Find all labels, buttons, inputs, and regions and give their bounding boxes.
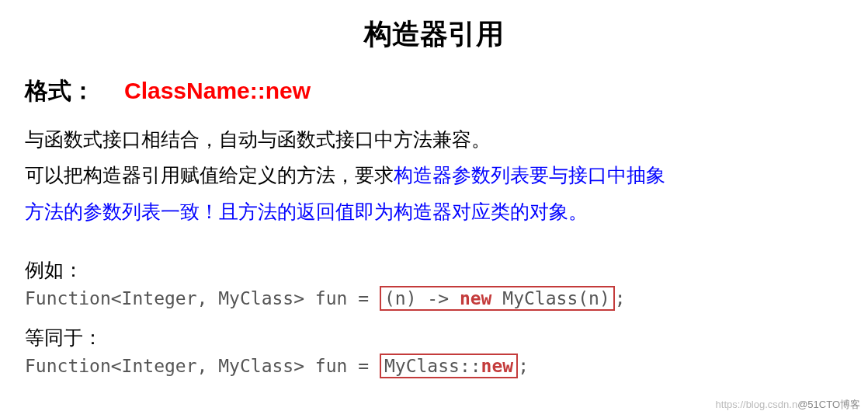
body-line-1: 与函数式接口相结合，自动与函数式接口中方法兼容。 [25, 128, 491, 150]
body-line-3-blue: 方法的参数列表一致！且方法的返回值即为构造器对应类的对象。 [25, 200, 588, 222]
method-ref-highlight-box: MyClass::new [380, 354, 518, 378]
lambda-part1: (n) -> [384, 288, 460, 308]
lambda-part2: MyClass(n) [491, 288, 609, 308]
format-value: ClassName::new [124, 78, 311, 104]
body-line-2-blue: 构造器参数列表要与接口中抽象 [394, 164, 665, 186]
code-suffix: ; [615, 288, 626, 308]
method-ref-part1: MyClass:: [384, 356, 481, 376]
watermark-dark: @51CTO博客 [797, 399, 860, 410]
example-1-code: Function<Integer, MyClass> fun = (n) -> … [25, 286, 843, 311]
format-label: 格式： [25, 75, 95, 107]
watermark-light: https://blog.csdn.n [716, 399, 798, 410]
body-line-2-black: 可以把构造器引用赋值给定义的方法，要求 [25, 164, 394, 186]
code-prefix: Function<Integer, MyClass> fun = [25, 288, 380, 308]
body-paragraph: 与函数式接口相结合，自动与函数式接口中方法兼容。 可以把构造器引用赋值给定义的方… [25, 121, 843, 229]
new-keyword: new [460, 288, 492, 308]
page-title: 构造器引用 [25, 16, 843, 54]
example-2: 等同于： Function<Integer, MyClass> fun = My… [25, 325, 843, 378]
watermark: https://blog.csdn.n@51CTO博客 [716, 398, 860, 412]
example-1-label: 例如： [25, 257, 843, 283]
format-line: 格式： ClassName::new [25, 75, 843, 107]
code-suffix: ; [518, 356, 529, 376]
example-2-code: Function<Integer, MyClass> fun = MyClass… [25, 354, 843, 378]
lambda-highlight-box: (n) -> new MyClass(n) [380, 286, 615, 311]
example-2-label: 等同于： [25, 325, 843, 350]
example-1: 例如： Function<Integer, MyClass> fun = (n)… [25, 257, 843, 311]
new-keyword: new [481, 356, 514, 376]
code-prefix: Function<Integer, MyClass> fun = [25, 356, 380, 376]
